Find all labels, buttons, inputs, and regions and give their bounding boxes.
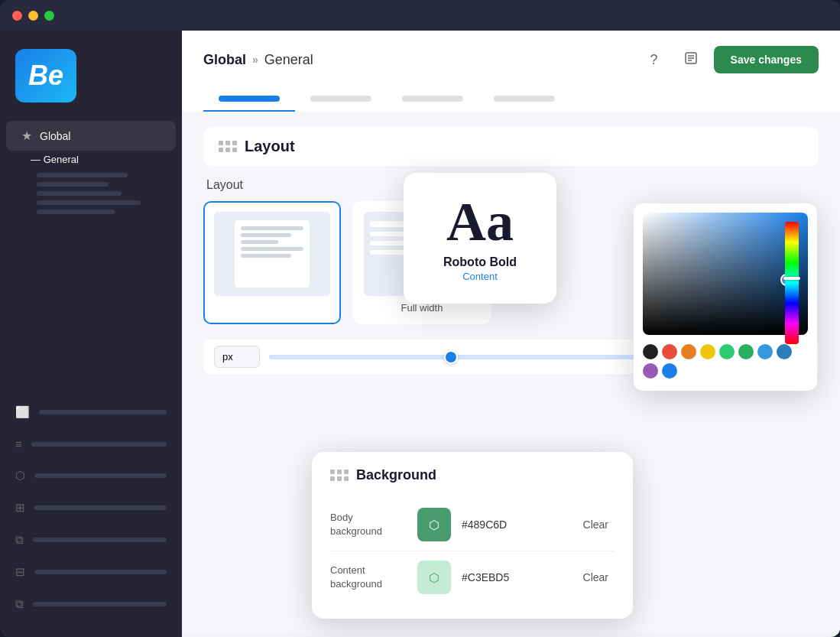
swatch-orange[interactable] [681,344,696,359]
tab-2[interactable] [295,86,387,112]
body-background-label: Body background [330,511,407,538]
lp-line [241,254,291,258]
content-background-hex: #C3EBD5 [462,571,566,583]
sidebar-icon-line [34,473,167,478]
swatch-blue[interactable] [757,344,773,359]
copy-icon: ⧉ [15,533,24,547]
star-icon: ★ [21,128,32,143]
maximize-dot[interactable] [44,11,54,21]
sidebar-lines-1 [0,168,182,219]
swatch-accent[interactable] [662,363,677,379]
main-layout: Be ★ Global — General ⬜ [0,31,840,637]
body-background-row: Body background ⬡ #489C6D Clear [330,499,615,551]
content-background-row: Content background ⬡ #C3EBD5 Clear [330,551,615,603]
titlebar [0,0,840,31]
grid-icon: ⊞ [15,501,25,515]
close-dot[interactable] [12,11,22,21]
content-background-label: Content background [330,564,407,591]
sidebar-icon-menu[interactable]: ≡ [0,430,182,458]
layout-icon: ⬜ [15,405,30,419]
body-background-swatch[interactable]: ⬡ [417,508,451,541]
layout-card-boxed[interactable] [203,201,341,324]
swatch-red[interactable] [662,344,677,359]
content-area: Global » General ? [182,31,840,637]
topbar: Global » General ? [182,31,840,73]
page-icon: ⬡ [15,469,25,483]
notes-icon [684,51,698,69]
tabs [182,73,840,112]
lp-line [241,247,304,251]
sidebar-item-global[interactable]: ★ Global [6,121,176,151]
logo: Be [15,49,76,102]
background-panel-title: Background [356,467,436,483]
swatch-yellow[interactable] [700,344,715,359]
sidebar-global-label: Global [40,130,70,142]
breadcrumb-separator: » [252,54,258,66]
tab-1[interactable] [203,86,295,112]
sidebar-icon-line [39,410,167,414]
sidebar-icon-page[interactable]: ⬡ [0,461,182,490]
layout-inner-preview [235,220,310,288]
breadcrumb: Global » General [203,52,313,68]
bg-drag-dots-icon [330,470,349,481]
sidebar-line [37,200,141,205]
sidebar-icon-line [34,570,167,574]
sidebar: Be ★ Global — General ⬜ [0,31,182,637]
sidebar-icon-list: ⬜ ≡ ⬡ ⊞ ⧉ [0,392,182,625]
font-name: Roboto Bold [428,255,532,269]
sidebar-icon-line [33,538,167,542]
color-gradient[interactable] [643,213,808,335]
sidebar-line [37,191,122,196]
content-background-clear-button[interactable]: Clear [577,568,615,587]
content-bg-icon: ⬡ [429,570,439,585]
minimize-dot[interactable] [28,11,38,21]
lp-line [241,226,304,230]
content-background-swatch[interactable]: ⬡ [417,561,451,594]
font-card: Aa Roboto Bold Content [404,173,556,304]
logo-area: Be [0,43,182,121]
notes-button[interactable] [677,46,705,73]
sidebar-icon-line [31,442,167,447]
font-aa-text: Aa [428,194,532,249]
background-panel: Background Body background ⬡ #489C6D Cle… [312,452,633,619]
swatch-darkgreen[interactable] [738,344,754,359]
tab-3[interactable] [387,86,478,112]
layout-section-title: Layout [245,138,295,155]
breadcrumb-global: Global [203,52,246,68]
help-button[interactable]: ? [641,46,668,73]
drag-dots-icon [219,141,237,152]
layout-preview-boxed [214,212,330,296]
sidebar-icon-copy[interactable]: ⧉ [0,525,182,554]
sidebar-icon-grid[interactable]: ⊞ [0,493,182,522]
sidebar-line [37,210,115,214]
stack-icon: ⧉ [15,597,24,611]
sidebar-line [37,173,128,177]
layout-section-header: Layout [203,127,819,166]
sidebar-icon-stack[interactable]: ⧉ [0,590,182,619]
hue-bar[interactable] [785,222,799,344]
body-background-clear-button[interactable]: Clear [577,515,615,534]
swatch-green[interactable] [719,344,735,359]
tab-4[interactable] [478,86,570,112]
sidebar-icon-line [34,505,167,510]
sidebar-icon-layout[interactable]: ⬜ [0,398,182,427]
slider-thumb[interactable] [444,350,458,364]
lp-line [241,233,291,237]
help-icon: ? [650,52,658,68]
content-body: Layout Layout [182,112,840,634]
color-picker [634,203,817,391]
hue-thumb[interactable] [783,277,800,280]
layout-fullwidth-label: Full width [364,302,480,314]
sidebar-item-general[interactable]: — General [0,151,182,168]
swatch-darkblue[interactable] [777,344,792,359]
table-icon: ⊟ [15,565,25,579]
body-bg-icon: ⬡ [429,518,439,532]
app-window: Be ★ Global — General ⬜ [0,0,840,637]
swatch-purple[interactable] [643,363,658,379]
spacing-input[interactable] [214,346,260,368]
sidebar-icon-line [33,602,167,606]
sidebar-icon-table[interactable]: ⊟ [0,557,182,587]
save-changes-button[interactable]: Save changes [714,46,819,73]
font-sub: Content [428,271,532,282]
swatch-black[interactable] [643,344,658,359]
